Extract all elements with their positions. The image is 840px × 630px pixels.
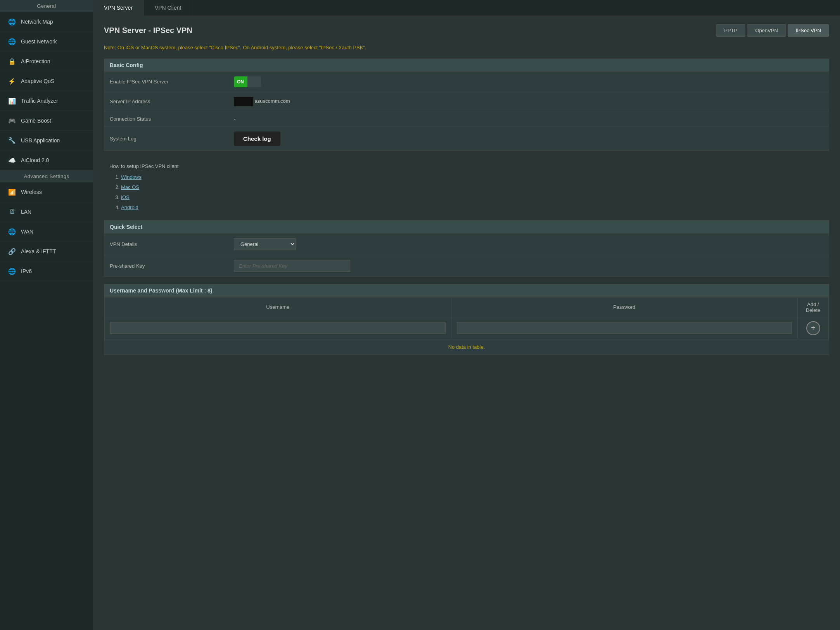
check-log-button[interactable]: Check log <box>234 132 280 146</box>
aiprotection-icon: 🔒 <box>8 57 16 66</box>
alexa-ifttt-icon: 🔗 <box>8 247 16 256</box>
sidebar-item-game-boost[interactable]: 🎮 Game Boost <box>0 111 93 131</box>
ip-black-box <box>234 97 253 106</box>
basic-config-section: Basic Config Enable IPSec VPN Server ON … <box>104 59 829 151</box>
sidebar-item-aicloud[interactable]: ☁️ AiCloud 2.0 <box>0 151 93 170</box>
col-username: Username <box>105 297 451 317</box>
basic-config-header: Basic Config <box>104 59 829 72</box>
server-ip-row: Server IP Address asuscomm.com <box>104 92 829 111</box>
wireless-icon: 📶 <box>8 188 16 196</box>
psk-value <box>234 260 823 272</box>
ipv6-icon: 🌐 <box>8 267 16 275</box>
tab-vpn-client[interactable]: VPN Client <box>144 0 192 16</box>
note-text: Note: On iOS or MacOS system, please sel… <box>104 44 829 52</box>
password-input[interactable] <box>457 322 792 334</box>
enable-ipsec-toggle[interactable]: ON <box>234 76 261 87</box>
server-ip-value: asuscomm.com <box>234 97 823 106</box>
howto-list: WindowsMac OSiOSAndroid <box>109 172 824 213</box>
lan-icon: 🖥 <box>8 208 16 216</box>
main-content: VPN ServerVPN Client VPN Server - IPSec … <box>93 0 840 630</box>
page-header: VPN Server - IPSec VPN PPTPOpenVPNIPSec … <box>104 24 829 37</box>
adaptive-qos-label: Adaptive QoS <box>21 78 54 84</box>
wan-label: WAN <box>21 228 33 235</box>
server-ip-label: Server IP Address <box>110 99 234 104</box>
game-boost-icon: 🎮 <box>8 116 16 125</box>
table-row-input: + <box>105 317 829 339</box>
enable-ipsec-row: Enable IPSec VPN Server ON <box>104 72 829 92</box>
vpn-type-btn-ipsec[interactable]: IPSec VPN <box>788 24 829 37</box>
adaptive-qos-icon: ⚡ <box>8 77 16 85</box>
sidebar: General 🌐 Network Map 🌐 Guest Network 🔒 … <box>0 0 93 630</box>
tab-vpn-server[interactable]: VPN Server <box>93 0 144 16</box>
aicloud-icon: ☁️ <box>8 156 16 164</box>
user-pass-header: Username and Password (Max Limit : 8) <box>104 284 829 297</box>
lan-label: LAN <box>21 209 31 215</box>
howto-title: How to setup IPSec VPN client <box>109 163 824 169</box>
vpn-type-buttons: PPTPOpenVPNIPSec VPN <box>716 24 829 37</box>
sidebar-item-lan[interactable]: 🖥 LAN <box>0 202 93 222</box>
psk-row: Pre-shared Key <box>104 255 829 277</box>
toggle-on-label: ON <box>234 76 247 87</box>
traffic-analyzer-label: Traffic Analyzer <box>21 98 58 104</box>
howto-item-ios: iOS <box>121 192 824 202</box>
ipv6-label: IPv6 <box>21 268 32 274</box>
guest-network-label: Guest Network <box>21 38 57 45</box>
game-boost-label: Game Boost <box>21 118 51 124</box>
sidebar-item-ipv6[interactable]: 🌐 IPv6 <box>0 261 93 281</box>
sidebar-item-network-map[interactable]: 🌐 Network Map <box>0 12 93 32</box>
sidebar-item-usb-application[interactable]: 🔧 USB Application <box>0 131 93 151</box>
server-ip-domain: asuscomm.com <box>255 98 290 104</box>
quick-select-header: Quick Select <box>104 221 829 234</box>
vpn-details-row: VPN Details General Advanced <box>104 234 829 255</box>
system-log-row: System Log Check log <box>104 127 829 151</box>
connection-status-row: Connection Status - <box>104 111 829 127</box>
no-data-text: No data in table. <box>104 339 829 355</box>
enable-ipsec-value: ON <box>234 76 823 87</box>
guest-network-icon: 🌐 <box>8 37 16 46</box>
sidebar-item-traffic-analyzer[interactable]: 📊 Traffic Analyzer <box>0 91 93 111</box>
vpn-type-btn-openvpn[interactable]: OpenVPN <box>747 24 786 37</box>
usb-application-icon: 🔧 <box>8 136 16 145</box>
network-map-icon: 🌐 <box>8 17 16 26</box>
top-tabs: VPN ServerVPN Client <box>93 0 840 16</box>
system-log-value: Check log <box>234 132 823 146</box>
username-input[interactable] <box>110 322 446 334</box>
sidebar-item-wan[interactable]: 🌐 WAN <box>0 222 93 242</box>
howto-link-android[interactable]: Android <box>121 204 138 210</box>
sidebar-item-guest-network[interactable]: 🌐 Guest Network <box>0 32 93 52</box>
page-content: VPN Server - IPSec VPN PPTPOpenVPNIPSec … <box>93 16 840 630</box>
howto-link-windows[interactable]: Windows <box>121 174 142 180</box>
connection-status-value: - <box>234 116 823 122</box>
col-add-delete: Add / Delete <box>798 297 829 317</box>
alexa-ifttt-label: Alexa & IFTTT <box>21 248 56 254</box>
sidebar-item-alexa-ifttt[interactable]: 🔗 Alexa & IFTTT <box>0 242 93 261</box>
vpn-type-btn-pptp[interactable]: PPTP <box>716 24 745 37</box>
howto-item-android: Android <box>121 202 824 213</box>
connection-status-label: Connection Status <box>110 116 234 122</box>
usb-application-label: USB Application <box>21 137 60 144</box>
psk-input[interactable] <box>234 260 350 272</box>
sidebar-item-aiprotection[interactable]: 🔒 AiProtection <box>0 52 93 71</box>
vpn-details-value: General Advanced <box>234 238 823 250</box>
vpn-details-label: VPN Details <box>110 241 234 247</box>
user-pass-section: Username and Password (Max Limit : 8) Us… <box>104 284 829 355</box>
general-section-label: General <box>0 0 93 12</box>
enable-ipsec-label: Enable IPSec VPN Server <box>110 79 234 85</box>
wan-icon: 🌐 <box>8 227 16 236</box>
wireless-label: Wireless <box>21 189 42 195</box>
sidebar-item-adaptive-qos[interactable]: ⚡ Adaptive QoS <box>0 71 93 91</box>
add-button[interactable]: + <box>806 321 820 335</box>
psk-label: Pre-shared Key <box>110 263 234 269</box>
page-title: VPN Server - IPSec VPN <box>104 26 192 35</box>
sidebar-item-wireless[interactable]: 📶 Wireless <box>0 182 93 202</box>
system-log-label: System Log <box>110 136 234 142</box>
username-cell <box>105 317 451 339</box>
vpn-details-select[interactable]: General Advanced <box>234 238 296 250</box>
toggle-off-area <box>247 76 261 87</box>
traffic-analyzer-icon: 📊 <box>8 97 16 105</box>
howto-link-ios[interactable]: iOS <box>121 194 130 200</box>
network-map-label: Network Map <box>21 19 53 25</box>
howto-link-mac os[interactable]: Mac OS <box>121 184 139 190</box>
add-delete-cell: + <box>798 317 829 339</box>
howto-section: How to setup IPSec VPN client WindowsMac… <box>104 158 829 214</box>
